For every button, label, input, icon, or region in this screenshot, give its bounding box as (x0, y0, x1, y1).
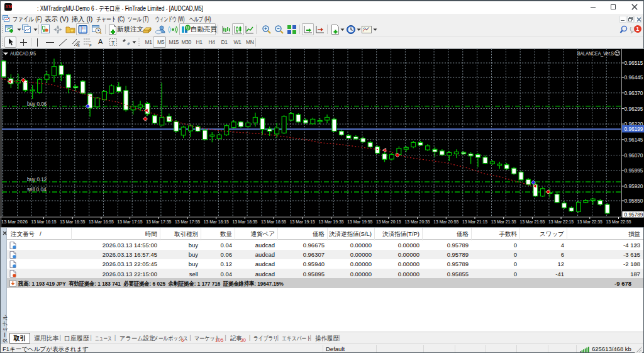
svg-text:0.95995: 0.95995 (625, 167, 643, 174)
svg-text:0.96199: 0.96199 (625, 126, 643, 132)
svg-text:13 Mar 18:55: 13 Mar 18:55 (261, 219, 286, 225)
svg-text:0.96070: 0.96070 (625, 152, 643, 159)
svg-text:13 Mar 20:35: 13 Mar 20:35 (405, 219, 430, 225)
svg-text:13 Mar 21:55: 13 Mar 21:55 (519, 219, 545, 225)
svg-text:13 Mar 22:35: 13 Mar 22:35 (577, 219, 602, 225)
svg-text:0.96145: 0.96145 (625, 137, 643, 143)
svg-text:13 Mar 17:35: 13 Mar 17:35 (146, 219, 171, 225)
svg-text:13 Mar 2026: 13 Mar 2026 (1, 219, 28, 225)
svg-text:0.95789: 0.95789 (625, 211, 643, 218)
svg-text:13 Mar 20:15: 13 Mar 20:15 (376, 219, 401, 225)
svg-text:0.95850: 0.95850 (625, 198, 643, 204)
svg-text:buy 0.12: buy 0.12 (27, 177, 47, 182)
svg-text:13 Mar 18:35: 13 Mar 18:35 (232, 219, 257, 225)
svg-text:13 Mar 16:15: 13 Mar 16:15 (31, 219, 57, 225)
svg-text:13 Mar 21:35: 13 Mar 21:35 (491, 219, 516, 225)
svg-text:0.96515: 0.96515 (625, 60, 643, 66)
svg-text:0.95920: 0.95920 (625, 183, 643, 189)
svg-text:13 Mar 20:55: 13 Mar 20:55 (433, 219, 458, 225)
svg-text:0.96370: 0.96370 (625, 90, 643, 96)
svg-text:13 Mar 18:15: 13 Mar 18:15 (204, 219, 229, 225)
svg-text:F: F (89, 43, 92, 47)
svg-text:13 Mar 16:55: 13 Mar 16:55 (89, 219, 114, 225)
svg-text:13 Mar 19:55: 13 Mar 19:55 (347, 219, 372, 225)
svg-text:0.96295: 0.96295 (625, 106, 643, 112)
svg-text:13 Mar 19:15: 13 Mar 19:15 (290, 219, 315, 225)
svg-text:13 Mar 22:15: 13 Mar 22:15 (548, 219, 574, 225)
svg-text:13 Mar 17:15: 13 Mar 17:15 (118, 219, 143, 225)
svg-text:13 Mar 17:55: 13 Mar 17:55 (175, 219, 200, 225)
svg-text:buy 0.06: buy 0.06 (27, 101, 47, 107)
svg-text:BALANCEA_Ver.S: BALANCEA_Ver.S (577, 50, 614, 57)
svg-text:E: E (77, 43, 80, 47)
svg-text:AUDCAD,M5: AUDCAD,M5 (10, 50, 36, 57)
svg-text:T: T (111, 40, 115, 46)
svg-text:sell 0.04: sell 0.04 (27, 187, 47, 193)
svg-text:13 Mar 19:35: 13 Mar 19:35 (319, 219, 344, 225)
svg-text:13 Mar 21:15: 13 Mar 21:15 (462, 219, 487, 225)
svg-text:13 Mar 16:35: 13 Mar 16:35 (60, 219, 85, 225)
svg-text:13 Mar 22:55: 13 Mar 22:55 (606, 219, 631, 225)
svg-text:0.96445: 0.96445 (625, 74, 643, 81)
